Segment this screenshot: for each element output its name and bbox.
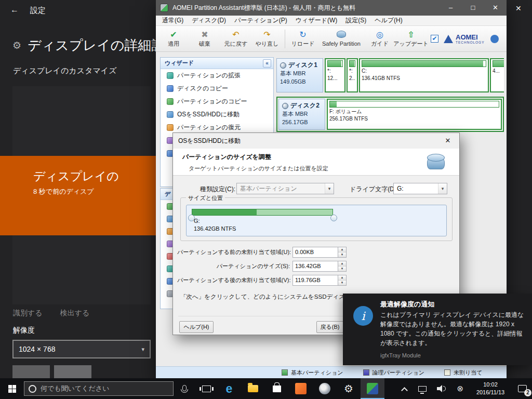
disk2-partition-f[interactable]: F: ボリューム 256.17GB NTFS [327,99,502,130]
wizard-item-partition-copy[interactable]: パーティションのコピー [161,95,273,108]
disk1-partition-4[interactable]: 4... [490,58,504,92]
store-icon [273,385,281,392]
undo-button[interactable]: 元に戻す [220,27,251,51]
action-center-button[interactable]: 2 [512,378,532,399]
type-label: 種類設定(C): [200,185,235,194]
spin-up-icon [338,247,346,252]
dialog-titlebar: OSをSSD/HDDに移動 [173,133,459,149]
identify-link[interactable]: 識別する [13,309,43,318]
settings-close-icon[interactable] [515,4,522,12]
guide-button[interactable]: ガイド [364,27,395,51]
spin-up-icon [338,261,346,267]
spinner[interactable] [338,247,347,258]
minimize-icon[interactable] [440,0,462,16]
microphone-button[interactable] [174,378,195,399]
drive-letter-dropdown[interactable]: G: [393,183,447,194]
taskbar-app-orange-button[interactable] [289,378,313,399]
safely-partition-button[interactable]: Safely Partition [318,27,364,51]
chevron-down-icon [141,346,144,353]
apply-button[interactable]: 適用 [158,27,189,51]
cortana-search-box[interactable]: 何でも聞いてください [24,381,174,396]
spinner[interactable] [338,261,347,272]
notification-badge: 2 [524,389,531,396]
wizard-item-migrate-os[interactable]: OSをSSD/HDDに移動 [161,108,273,121]
unallocated-after-input[interactable] [292,275,338,286]
reload-icon [299,30,306,39]
taskbar-app-swirl-button[interactable] [313,378,337,399]
taskbar-explorer-button[interactable] [241,378,265,399]
apply-button-stub[interactable] [12,365,50,378]
disk1-partition-c[interactable]: C: 136.41GB NTFS [359,58,489,92]
network-icon[interactable] [418,386,427,392]
cancel-button-stub[interactable] [54,365,91,378]
resolution-label: 解像度 [13,326,35,335]
guide-icon [376,30,383,39]
disk2-info[interactable]: ディスク2 基本 MBR 256.17GB [278,99,325,130]
unallocated-before-input[interactable] [292,247,338,258]
discard-button[interactable]: 破棄 [189,27,220,51]
menu-partition[interactable]: パーティション(P) [230,16,291,25]
resolution-dropdown[interactable]: 532 × 399 [12,340,151,358]
collapse-icon[interactable] [263,59,271,68]
menu-general[interactable]: 通常(G) [158,16,188,25]
disk-copy-icon [167,85,174,92]
redo-button[interactable]: やり直し [251,27,283,51]
back-icon[interactable] [10,5,19,15]
aomei-window-title: AOMEI Partition Assistant標準版 (日本語) - 個人用… [172,4,440,12]
partition-copy-icon [167,98,174,105]
toast-source: igfxTray Module [380,352,421,358]
partition-drive-label: G: [194,218,200,224]
operations-panel-title: デ [165,190,170,198]
discard-icon [201,30,208,39]
disk1-partition-1[interactable]: *: 12... [325,58,345,92]
partition-size-label: パーティションのサイズ(S): [177,262,292,270]
disk1-partition-2[interactable]: *: 2... [347,58,358,92]
menu-disk[interactable]: ディスク(D) [188,16,230,25]
menu-wizard[interactable]: ウィザード(W) [291,16,341,25]
taskbar: 何でも聞いてください e 10:02 2016/11/13 2 [0,378,532,399]
task-view-button[interactable] [195,378,217,399]
partition-type-dropdown[interactable]: 基本パーティション [236,183,334,194]
menu-help[interactable]: ヘルプ(H) [370,16,407,25]
close-icon[interactable] [484,0,507,16]
wizard-panel-title: ウィザード [165,59,194,67]
taskbar-store-button[interactable] [265,378,289,399]
menubar: 通常(G) ディスク(D) パーティション(P) ウィザード(W) 設定(S) … [156,16,507,26]
spin-down-icon [338,252,346,257]
settings-gear-icon [344,382,353,395]
disk-icon [282,103,288,109]
dialog-close-icon[interactable] [436,133,459,149]
taskbar-aomei-button[interactable] [361,378,384,399]
resolution-notification-toast[interactable]: i 最適解像度の通知 これはプライマリ ディスプレイ デバイスに最適な解像度では… [343,294,532,365]
help-button[interactable]: ヘルプ(H) [179,321,214,333]
resize-handle-right[interactable] [330,215,337,221]
maximize-icon[interactable] [462,0,484,16]
taskbar-settings-button[interactable] [337,378,361,399]
banner-countdown: 8 秒で前のディスプ [33,187,94,196]
back-button[interactable]: 戻る(B) [316,321,343,333]
taskbar-clock[interactable]: 10:02 2016/11/13 [471,381,510,396]
partition-size-input[interactable] [292,261,338,272]
menu-settings[interactable]: 設定(S) [341,16,370,25]
disk1-info[interactable]: ディスク1 基本 MBR 149.05GB [276,58,323,92]
clock-date: 2016/11/13 [471,389,510,396]
detect-link[interactable]: 検出する [60,309,90,318]
update-button[interactable]: アップデート [395,27,427,51]
toolbar: 適用 破棄 元に戻す やり直し リロード Safely Partition ガイ… [156,26,507,52]
apply-check-icon [170,30,177,39]
task-view-icon [202,385,211,392]
start-button[interactable] [0,378,24,399]
taskbar-edge-button[interactable]: e [217,378,241,399]
banner-title: ディスプレイの [33,168,119,184]
aomei-app-icon [160,4,168,12]
tray-chevron-up-icon[interactable] [402,387,408,394]
chevron-down-icon [325,183,334,194]
wizard-item-disk-copy[interactable]: ディスクのコピー [161,82,273,95]
tray-x-circle-icon[interactable] [457,384,463,393]
toolbar-checkbox[interactable] [431,35,438,43]
volume-icon[interactable] [437,385,446,392]
spinner[interactable] [338,275,347,286]
wizard-item-extend-partition[interactable]: パーティションの拡張 [161,69,273,82]
partition-recovery-icon [167,124,174,131]
reload-button[interactable]: リロード [287,27,318,51]
